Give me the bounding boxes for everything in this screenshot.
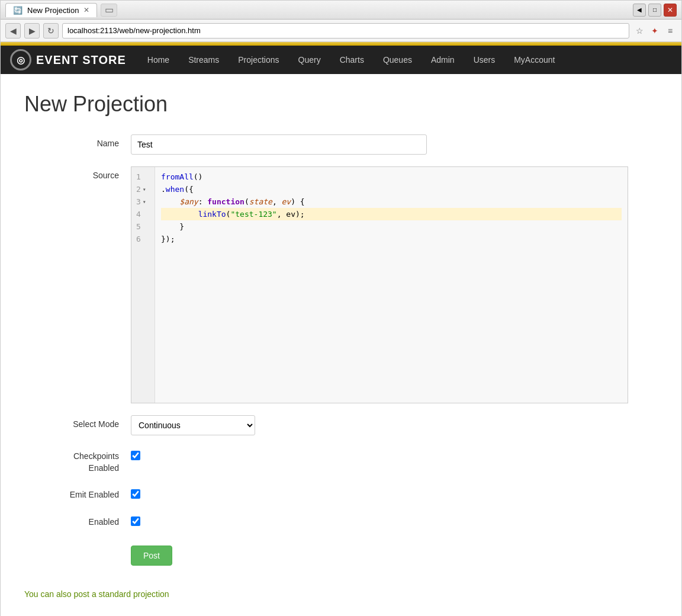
code-line-6: }); — [161, 233, 622, 245]
name-row: Name — [24, 134, 658, 155]
post-row: Post — [24, 540, 658, 566]
title-bar: 🔄 New Projection ✕ ▭ ◀ □ ✕ — [1, 1, 681, 20]
code-line-1: fromAll() — [161, 171, 622, 183]
title-bar-left: 🔄 New Projection ✕ ▭ — [5, 3, 117, 17]
source-row: Source 1 2▾ 3▾ 4 5 6 fromAll() .when({ — [24, 166, 658, 403]
brand-name: EVENT STORE — [36, 53, 126, 67]
address-bar-icons: ☆ ✦ ≡ — [633, 24, 677, 37]
enabled-wrap — [131, 513, 545, 528]
page-title: New Projection — [24, 92, 658, 117]
post-wrap: Post — [131, 540, 545, 566]
name-label: Name — [24, 134, 131, 150]
nav-admin[interactable]: Admin — [422, 46, 464, 74]
checkpoints-label: Checkpoints Enabled — [24, 447, 131, 474]
browser-tab[interactable]: 🔄 New Projection ✕ — [5, 3, 97, 17]
enabled-row: Enabled — [24, 513, 658, 528]
nav-users[interactable]: Users — [464, 46, 505, 74]
logo-icon: ◎ — [17, 54, 25, 66]
line-num-4: 4 — [131, 208, 155, 220]
line-num-5: 5 — [131, 220, 155, 233]
tab-title: New Projection — [27, 6, 79, 15]
nav-charts[interactable]: Charts — [330, 46, 374, 74]
checkpoints-checkbox[interactable] — [131, 451, 140, 460]
nav-home[interactable]: Home — [138, 46, 179, 74]
nav-myaccount[interactable]: MyAccount — [504, 46, 564, 74]
enabled-checkbox[interactable] — [131, 516, 140, 526]
nav-queues[interactable]: Queues — [374, 46, 422, 74]
source-label: Source — [24, 166, 131, 182]
code-line-3: $any: function(state, ev) { — [161, 195, 622, 208]
line-num-6: 6 — [131, 233, 155, 245]
post-spacer — [24, 540, 131, 543]
browser-window: 🔄 New Projection ✕ ▭ ◀ □ ✕ ◀ ▶ ↻ ☆ ✦ ≡ — [0, 0, 682, 616]
back-button[interactable]: ◀ — [5, 23, 21, 38]
nav-projections[interactable]: Projections — [229, 46, 288, 74]
forward-button[interactable]: ▶ — [24, 23, 40, 38]
emit-label: Emit Enabled — [24, 486, 131, 501]
nav-streams[interactable]: Streams — [179, 46, 229, 74]
code-line-2: .when({ — [161, 183, 622, 195]
code-line-5: } — [161, 220, 622, 233]
checkpoints-row: Checkpoints Enabled — [24, 447, 658, 474]
standard-projection-link[interactable]: You can also post a standard projection — [24, 589, 169, 599]
code-editor[interactable]: 1 2▾ 3▾ 4 5 6 fromAll() .when({ $any: fu… — [131, 166, 628, 403]
navbar: ◎ EVENT STORE Home Streams Projections Q… — [1, 46, 681, 74]
address-bar: ◀ ▶ ↻ ☆ ✦ ≡ — [1, 20, 681, 42]
extension-icon[interactable]: ✦ — [648, 24, 661, 37]
code-line-4: linkTo("test-123", ev); — [161, 208, 622, 220]
menu-icon[interactable]: ≡ — [664, 24, 677, 37]
source-editor-wrap: 1 2▾ 3▾ 4 5 6 fromAll() .when({ $any: fu… — [131, 166, 545, 403]
main-content: New Projection Name Source 1 2▾ 3▾ 4 5 — [1, 74, 681, 616]
checkpoints-wrap — [131, 447, 545, 462]
line-numbers: 1 2▾ 3▾ 4 5 6 — [131, 167, 155, 403]
star-icon[interactable]: ☆ — [633, 24, 646, 37]
line-num-1: 1 — [131, 171, 155, 183]
nav-query[interactable]: Query — [289, 46, 330, 74]
window-controls: ◀ □ ✕ — [633, 4, 677, 17]
select-mode-label: Select Mode — [24, 415, 131, 431]
emit-checkbox[interactable] — [131, 489, 140, 499]
minimize-button[interactable]: ◀ — [633, 4, 646, 17]
post-button[interactable]: Post — [131, 546, 172, 566]
name-input[interactable] — [131, 134, 427, 155]
line-num-3: 3▾ — [131, 195, 155, 208]
code-content[interactable]: fromAll() .when({ $any: function(state, … — [155, 167, 628, 403]
select-mode-wrap: Continuous OneTime Transient — [131, 415, 545, 435]
emit-row: Emit Enabled — [24, 486, 658, 501]
navbar-brand: ◎ EVENT STORE — [10, 49, 126, 70]
tab-close-button[interactable]: ✕ — [83, 6, 89, 14]
refresh-button[interactable]: ↻ — [43, 23, 59, 38]
mode-select[interactable]: Continuous OneTime Transient — [131, 415, 255, 435]
restore-button[interactable]: □ — [648, 4, 661, 17]
enabled-label: Enabled — [24, 513, 131, 528]
emit-wrap — [131, 486, 545, 500]
brand-logo: ◎ — [10, 49, 31, 70]
name-input-wrap — [131, 134, 545, 155]
url-input[interactable] — [62, 23, 629, 38]
new-tab-icon: ▭ — [105, 4, 114, 15]
select-mode-row: Select Mode Continuous OneTime Transient — [24, 415, 658, 435]
close-button[interactable]: ✕ — [664, 4, 677, 17]
line-num-2: 2▾ — [131, 183, 155, 195]
new-tab-button[interactable]: ▭ — [101, 4, 117, 17]
